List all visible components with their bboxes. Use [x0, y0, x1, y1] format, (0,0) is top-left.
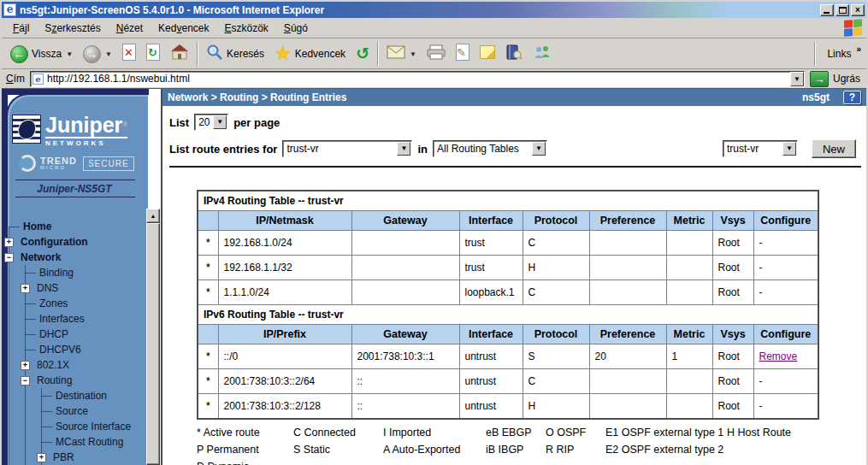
column-header: IP/Prefix — [218, 325, 351, 344]
links-button[interactable]: Links — [818, 48, 856, 60]
search-button[interactable]: Keresés — [201, 41, 269, 67]
sidebar-item-routing[interactable]: −Routing — [2, 373, 147, 388]
active-route-flag: * — [198, 369, 218, 394]
expand-plus-icon[interactable]: + — [37, 453, 46, 462]
menu-item[interactable]: Kedvencek — [151, 20, 216, 37]
table-cell: 1 — [666, 344, 712, 369]
favorites-button[interactable]: ★Kedvencek — [269, 41, 351, 67]
table-cell — [589, 369, 666, 394]
close-button[interactable]: × — [851, 4, 865, 16]
sidebar-item-label: Interfaces — [39, 313, 85, 325]
remove-link[interactable]: Remove — [759, 350, 798, 362]
minimize-button[interactable] — [820, 4, 834, 16]
browser-window: e ns5gt:Juniper-ScreenOS 5.4.0r1.0 - Mic… — [0, 0, 868, 465]
print-button[interactable] — [422, 41, 451, 67]
virtual-router-select[interactable]: trust-vr▼ — [282, 140, 412, 157]
legend-entry: E1 OSPF external type 1 — [605, 424, 727, 441]
column-header — [198, 325, 218, 344]
sidebar-item-dhcpv6[interactable]: DHCPV6 — [2, 342, 147, 357]
mail-button[interactable]: ▼ — [381, 41, 422, 67]
sidebar-item-home[interactable]: Home — [2, 219, 147, 234]
legend-column: * Active routeP PermanentD Dynamic — [197, 424, 293, 465]
menu-item[interactable]: Súgó — [276, 20, 316, 37]
expand-plus-icon[interactable]: + — [21, 284, 30, 293]
collapse-minus-icon[interactable]: − — [4, 253, 14, 262]
history-button[interactable]: ↺ — [351, 41, 375, 67]
help-button[interactable]: ? — [843, 91, 861, 104]
discuss-button[interactable] — [475, 41, 500, 67]
chevron-more-icon[interactable]: » — [856, 44, 861, 54]
legend-entry: * Active route — [197, 424, 293, 441]
maximize-button[interactable] — [836, 4, 849, 16]
sidebar-scrollbar[interactable]: ▲ — [146, 209, 160, 465]
chevron-down-icon[interactable]: ▼ — [66, 50, 73, 58]
legend-entry: H Host Route — [727, 424, 791, 441]
table-cell: C — [523, 369, 589, 394]
per-page-select[interactable]: 20▼ — [194, 114, 228, 131]
table-cell: H — [523, 256, 589, 280]
go-button[interactable]: → — [810, 71, 829, 87]
chevron-down-icon[interactable]: ▼ — [782, 142, 796, 156]
new-button[interactable]: New — [812, 139, 856, 158]
expand-plus-icon[interactable]: + — [4, 238, 14, 247]
table-row: *2001:738:10:3::2/128::untrustHRoot- — [198, 394, 818, 420]
chevron-down-icon[interactable]: ▼ — [105, 50, 112, 58]
chevron-down-icon[interactable]: ▼ — [397, 142, 410, 156]
address-input[interactable]: e http://192.168.1.1/nswebui.html ▼ — [30, 71, 805, 87]
back-button[interactable]: ←Vissza▼ — [5, 41, 78, 67]
routing-table-filter-select[interactable]: All Routing Tables▼ — [433, 140, 547, 157]
stop-button[interactable]: ✕ — [117, 41, 141, 67]
expand-plus-icon[interactable]: + — [21, 361, 30, 370]
table-cell: untrust — [459, 394, 523, 420]
window-title: ns5gt:Juniper-ScreenOS 5.4.0r1.0 - Micro… — [20, 4, 324, 16]
sidebar-item-pbr[interactable]: +PBR — [2, 450, 147, 465]
sidebar-item-source[interactable]: Source — [2, 403, 147, 419]
go-label[interactable]: Ugrás — [833, 73, 860, 85]
collapse-minus-icon[interactable]: − — [21, 376, 30, 386]
menu-item[interactable]: Nézet — [109, 20, 151, 37]
sidebar-item-mcast-routing[interactable]: MCast Routing — [2, 434, 147, 450]
refresh-button[interactable]: ↻ — [141, 41, 165, 67]
sidebar-item-label: Source Interface — [56, 421, 131, 433]
research-button[interactable] — [500, 41, 528, 67]
edit-button[interactable]: ✎ — [451, 41, 475, 67]
sidebar-item-802-1x[interactable]: +802.1X — [2, 357, 147, 373]
chevron-down-icon[interactable]: ▼ — [532, 142, 546, 156]
sidebar-item-destination[interactable]: Destination — [2, 388, 147, 403]
new-entry-vr-select[interactable]: trust-vr▼ — [723, 140, 798, 157]
table-cell — [589, 280, 666, 305]
legend-column: C ConnectedS Static — [293, 424, 383, 465]
sidebar-item-dns[interactable]: +DNS — [2, 280, 147, 296]
active-route-flag: * — [198, 256, 218, 280]
scrollbar-thumb[interactable] — [146, 223, 160, 465]
legend-column: E1 OSPF external type 1E2 OSPF external … — [605, 424, 727, 465]
table-row: *1.1.1.0/24loopback.1CRoot- — [198, 280, 818, 305]
chevron-down-icon[interactable]: ▼ — [410, 50, 416, 58]
legend-column: O OSPFR RIP — [546, 424, 605, 465]
juniper-logo: Juniper® NETWORKS — [12, 115, 127, 147]
menu-item[interactable]: Szerkesztés — [37, 20, 108, 37]
table-cell — [666, 394, 712, 420]
table-cell: Root — [712, 344, 753, 369]
table-cell: - — [753, 256, 818, 280]
column-header: Gateway — [351, 325, 459, 344]
sidebar-item-label: Source — [56, 405, 88, 417]
sidebar-item-binding[interactable]: Binding — [2, 265, 147, 280]
home-button[interactable] — [165, 41, 194, 67]
sidebar-item-interfaces[interactable]: Interfaces — [2, 311, 147, 327]
sidebar-item-configuration[interactable]: +Configuration — [2, 234, 147, 250]
menu-item[interactable]: Eszközök — [216, 20, 275, 37]
menu-item[interactable]: Fájl — [5, 20, 37, 37]
scroll-up-arrow-icon[interactable]: ▲ — [146, 209, 160, 223]
tree-line — [25, 350, 36, 350]
forward-button[interactable]: →▼ — [78, 41, 117, 67]
sidebar-item-source-interface[interactable]: Source Interface — [2, 419, 147, 434]
address-dropdown-button[interactable]: ▼ — [790, 72, 804, 86]
chevron-down-icon[interactable]: ▼ — [213, 115, 227, 129]
sidebar-item-dhcp[interactable]: DHCP — [2, 327, 147, 342]
sidebar-item-network[interactable]: −Network — [2, 250, 147, 265]
sidebar-item-zones[interactable]: Zones — [2, 296, 147, 311]
messenger-button[interactable] — [528, 41, 557, 67]
table-cell: 192.168.1.0/24 — [218, 231, 351, 256]
table-cell — [666, 231, 712, 256]
